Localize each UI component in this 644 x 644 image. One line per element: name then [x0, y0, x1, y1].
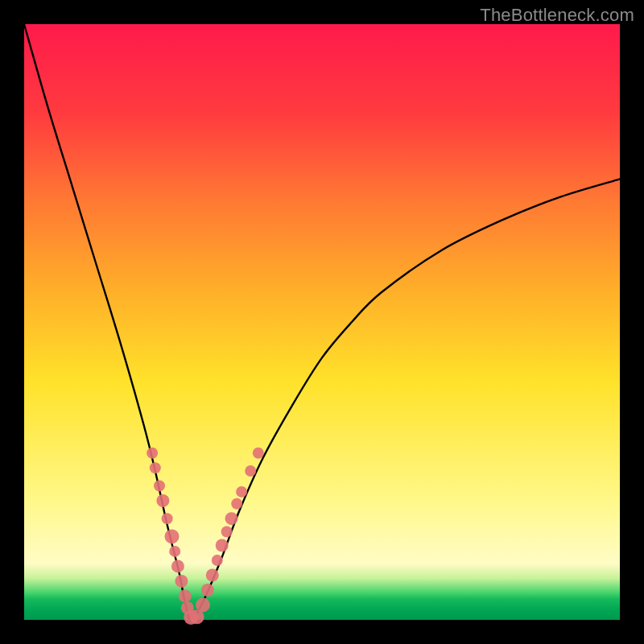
- data-marker: [154, 481, 165, 492]
- chart-frame: TheBottleneck.com: [0, 0, 644, 644]
- data-marker: [221, 526, 233, 538]
- data-marker: [212, 555, 223, 566]
- data-marker: [236, 486, 247, 497]
- bottleneck-curve: [24, 24, 620, 620]
- data-marker: [147, 448, 158, 459]
- data-marker: [171, 559, 184, 572]
- data-marker: [253, 448, 264, 459]
- data-marker: [165, 529, 180, 543]
- data-marker: [156, 494, 169, 507]
- data-marker: [225, 512, 238, 525]
- data-marker: [162, 513, 173, 524]
- watermark-text: TheBottleneck.com: [480, 5, 634, 26]
- data-marker: [150, 462, 161, 473]
- data-marker: [196, 598, 210, 613]
- data-marker: [206, 569, 219, 582]
- data-marker: [179, 589, 192, 602]
- data-marker: [216, 539, 229, 552]
- data-marker: [231, 498, 242, 510]
- data-marker: [175, 575, 188, 588]
- plot-area: [24, 24, 620, 620]
- chart-svg: [24, 24, 620, 620]
- data-marker: [245, 465, 256, 477]
- data-marker: [201, 584, 214, 597]
- data-marker: [169, 546, 180, 557]
